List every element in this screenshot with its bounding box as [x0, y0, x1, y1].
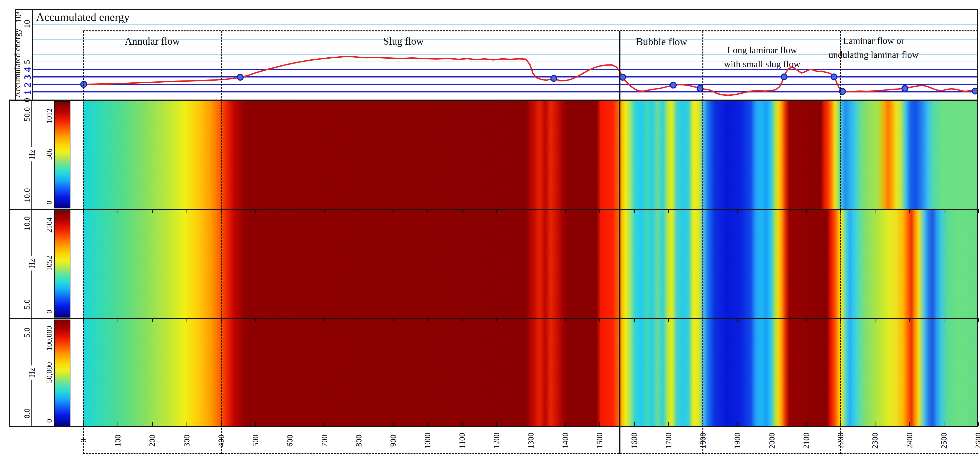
x-tick-mark — [359, 318, 359, 322]
y-tick-label-blue: 1 — [22, 90, 32, 95]
x-tick-mark — [944, 422, 944, 426]
x-tick-label: 900 — [389, 435, 397, 447]
x-tick-mark — [359, 422, 359, 426]
x-tick-mark — [565, 318, 566, 322]
x-tick-label: 0 — [80, 439, 88, 443]
x-tick-label: 1200 — [492, 433, 500, 449]
x-tick-mark — [118, 422, 118, 426]
x-tick-mark — [462, 209, 463, 213]
x-tick-mark — [806, 422, 807, 426]
x-tick-mark — [427, 318, 428, 322]
y-tick-label: 10 — [23, 20, 31, 28]
x-tick-mark — [152, 209, 153, 213]
x-tick-mark — [290, 422, 290, 426]
x-tick-mark — [531, 318, 531, 322]
x-tick-mark — [703, 318, 703, 322]
x-tick-label: 2000 — [768, 433, 776, 449]
x-tick-mark — [909, 209, 910, 213]
x-tick-mark — [83, 318, 84, 322]
x-tick-mark — [840, 209, 841, 213]
freq-unit-label: Hz — [28, 365, 36, 379]
x-tick-mark — [83, 209, 84, 213]
y-tick-label: 5 — [23, 60, 31, 64]
x-tick-mark — [840, 318, 841, 322]
x-tick-mark — [772, 209, 772, 213]
x-tick-mark — [462, 422, 463, 426]
x-tick-label: 1400 — [561, 433, 570, 449]
x-tick-mark — [703, 422, 703, 426]
x-tick-mark — [152, 318, 153, 322]
x-tick-label: 1800 — [699, 433, 707, 449]
x-tick-mark — [978, 318, 979, 322]
x-tick-mark — [496, 209, 497, 213]
x-axis: 0100200300400500600700800900100011001200… — [0, 0, 980, 462]
x-tick-label: 300 — [183, 435, 191, 447]
x-tick-mark — [186, 209, 187, 213]
x-tick-mark — [83, 422, 84, 426]
x-tick-label: 1700 — [664, 433, 673, 449]
x-tick-label: 2400 — [905, 433, 913, 449]
y-tick-label-blue: 2 — [22, 83, 32, 87]
x-tick-mark — [324, 318, 325, 322]
x-tick-label: 1900 — [733, 433, 741, 449]
x-tick-mark — [978, 422, 979, 426]
x-tick-mark — [737, 318, 738, 322]
x-tick-mark — [393, 209, 394, 213]
x-tick-mark — [531, 209, 531, 213]
x-tick-mark — [290, 209, 290, 213]
x-tick-label: 700 — [320, 435, 328, 447]
x-tick-mark — [531, 422, 531, 426]
x-tick-mark — [565, 209, 566, 213]
x-tick-mark — [634, 318, 635, 322]
x-tick-mark — [393, 422, 394, 426]
x-tick-mark — [668, 422, 669, 426]
x-tick-label: 400 — [217, 435, 225, 447]
x-tick-label: 2600 — [974, 433, 980, 449]
x-tick-mark — [737, 422, 738, 426]
x-tick-label: 2100 — [802, 433, 810, 449]
freq-unit-label: Hz — [28, 147, 36, 161]
x-tick-label: 1300 — [527, 433, 535, 449]
x-tick-label: 600 — [286, 435, 294, 447]
x-tick-mark — [634, 209, 635, 213]
x-tick-mark — [944, 209, 944, 213]
x-tick-mark — [290, 318, 290, 322]
x-tick-mark — [393, 318, 394, 322]
x-tick-mark — [427, 422, 428, 426]
x-tick-mark — [772, 422, 772, 426]
x-tick-mark — [324, 422, 325, 426]
x-tick-mark — [703, 209, 703, 213]
x-tick-label: 2500 — [940, 433, 948, 449]
x-tick-mark — [186, 318, 187, 322]
x-tick-mark — [599, 422, 600, 426]
x-tick-mark — [806, 209, 807, 213]
x-tick-mark — [668, 209, 669, 213]
x-tick-mark — [634, 422, 635, 426]
x-tick-label: 1100 — [458, 433, 466, 449]
x-tick-mark — [255, 318, 256, 322]
freq-unit-label: Hz — [28, 256, 36, 270]
x-tick-mark — [359, 209, 359, 213]
x-tick-mark — [496, 318, 497, 322]
x-tick-mark — [978, 209, 979, 213]
x-tick-mark — [255, 422, 256, 426]
x-tick-label: 500 — [251, 435, 260, 447]
x-tick-mark — [875, 422, 875, 426]
x-tick-mark — [668, 318, 669, 322]
x-tick-label: 2300 — [871, 433, 879, 449]
x-tick-mark — [806, 318, 807, 322]
x-tick-mark — [221, 422, 222, 426]
flow-regime-figure: 10⁴ Accumulated energy Accumulated energ… — [0, 0, 980, 462]
x-tick-mark — [462, 318, 463, 322]
x-tick-mark — [875, 209, 875, 213]
x-tick-mark — [875, 318, 875, 322]
x-tick-mark — [599, 209, 600, 213]
x-tick-mark — [221, 209, 222, 213]
x-tick-label: 1500 — [596, 433, 604, 449]
x-tick-label: 1000 — [423, 433, 432, 449]
x-tick-mark — [772, 318, 772, 322]
y-tick-label-blue: 3 — [22, 75, 32, 80]
x-tick-label: 200 — [148, 435, 156, 447]
x-tick-mark — [496, 422, 497, 426]
y-tick-label-blue: 4 — [22, 67, 32, 72]
